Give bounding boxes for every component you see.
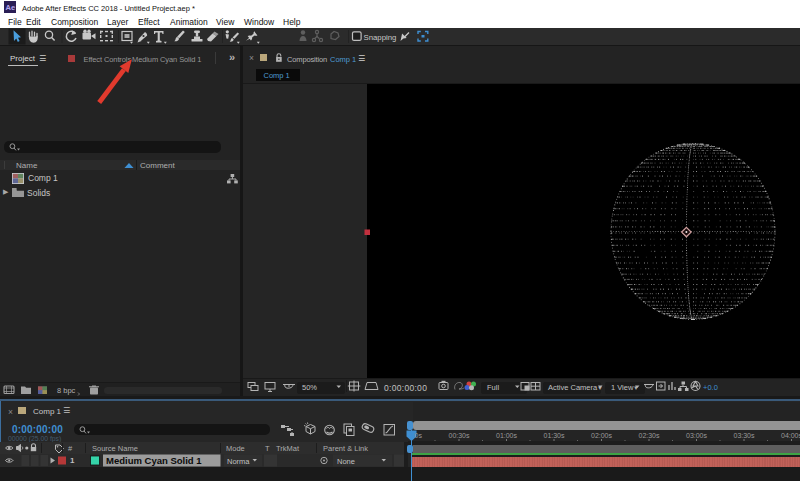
svg-text:02:00s: 02:00s	[591, 431, 613, 438]
svg-text:00:30s: 00:30s	[448, 431, 470, 438]
svg-text:0s: 0s	[415, 431, 423, 438]
svg-text:03:30s: 03:30s	[733, 431, 755, 438]
svg-text:01:00s: 01:00s	[496, 431, 518, 438]
svg-text:01:30s: 01:30s	[543, 431, 565, 438]
svg-text:04:00s: 04:00s	[781, 431, 800, 438]
svg-text:02:30s: 02:30s	[638, 431, 660, 438]
svg-text:03:00s: 03:00s	[686, 431, 708, 438]
